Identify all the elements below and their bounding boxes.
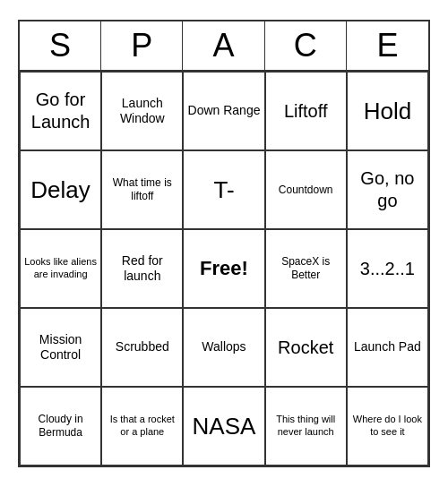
bingo-cell[interactable]: T- (183, 150, 264, 229)
bingo-cell[interactable]: Wallops (183, 308, 264, 387)
bingo-cell[interactable]: Liftoff (265, 72, 347, 150)
bingo-cell[interactable]: Countdown (265, 150, 347, 229)
bingo-cell[interactable]: Down Range (183, 72, 264, 150)
bingo-card: SPACE Go for LaunchLaunch WindowDown Ran… (18, 20, 430, 467)
header-letter: E (347, 21, 428, 70)
bingo-cell[interactable]: Red for launch (101, 229, 183, 308)
bingo-cell[interactable]: Scrubbed (101, 308, 183, 387)
bingo-cell[interactable]: Go for Launch (20, 72, 101, 150)
header-letter: A (183, 21, 264, 70)
bingo-cell[interactable]: Mission Control (20, 308, 101, 387)
bingo-cell[interactable]: Launch Pad (347, 308, 428, 387)
bingo-cell[interactable]: Go, no go (347, 150, 428, 229)
bingo-cell[interactable]: This thing will never launch (265, 387, 347, 466)
bingo-cell[interactable]: Where do I look to see it (347, 387, 428, 466)
header-letter: P (101, 21, 183, 70)
bingo-grid: Go for LaunchLaunch WindowDown RangeLift… (20, 72, 428, 466)
bingo-cell[interactable]: SpaceX is Better (265, 229, 347, 308)
bingo-cell[interactable]: Looks like aliens are invading (20, 229, 101, 308)
bingo-cell[interactable]: Launch Window (101, 72, 183, 150)
bingo-cell[interactable]: NASA (183, 387, 264, 466)
bingo-cell[interactable]: Rocket (265, 308, 347, 387)
bingo-cell[interactable]: What time is liftoff (101, 150, 183, 229)
bingo-cell[interactable]: Cloudy in Bermuda (20, 387, 101, 466)
bingo-cell[interactable]: Hold (347, 72, 428, 150)
bingo-cell[interactable]: 3...2..1 (347, 229, 428, 308)
bingo-cell[interactable]: Is that a rocket or a plane (101, 387, 183, 466)
header-letter: S (20, 21, 101, 70)
bingo-cell[interactable]: Delay (20, 150, 101, 229)
bingo-cell[interactable]: Free! (183, 229, 264, 308)
bingo-header: SPACE (20, 21, 428, 72)
header-letter: C (265, 21, 347, 70)
